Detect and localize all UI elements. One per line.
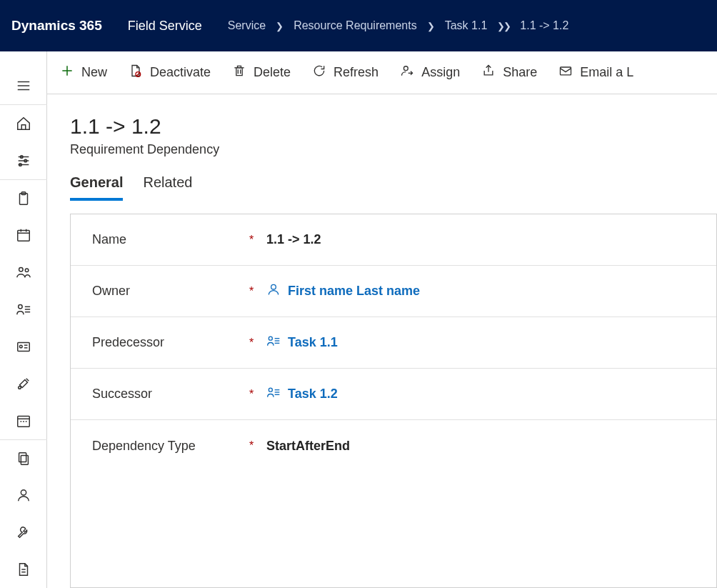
svg-rect-43 [561,67,571,75]
breadcrumb-item[interactable]: Task 1.1 [442,19,491,32]
share-button[interactable]: Share [481,64,537,81]
tab-general[interactable]: General [70,174,123,201]
home-icon[interactable] [0,105,47,142]
successor-label: Successor [92,387,249,402]
form-row-owner[interactable]: Owner * First name Last name [71,266,716,317]
refresh-button[interactable]: Refresh [312,64,378,81]
id-card-icon[interactable] [0,328,47,365]
calendar2-icon[interactable] [0,402,47,439]
breadcrumb-root[interactable]: Service [225,19,269,32]
person-list-icon[interactable] [0,291,47,328]
assign-button[interactable]: Assign [400,64,460,81]
dependency-type-value: StartAfterEnd [266,439,350,454]
chevron-double-right-icon: ❯❯ [493,21,514,31]
top-header: Dynamics 365 Field Service Service ❯ Res… [0,0,717,51]
calendar-icon[interactable] [0,216,47,254]
deactivate-label: Deactivate [150,65,211,80]
svg-rect-32 [21,455,28,464]
svg-point-22 [19,345,22,348]
tab-related[interactable]: Related [143,174,192,201]
required-asterisk: * [249,285,266,298]
required-asterisk: * [249,388,266,401]
name-value: 1.1 -> 1.2 [266,232,321,247]
delete-label: Delete [254,65,291,80]
email-link-button[interactable]: Email a L [558,64,633,81]
breadcrumb-current: 1.1 -> 1.2 [517,19,571,32]
command-bar: New Deactivate Delete Refresh [47,51,717,94]
share-icon [481,64,496,81]
breadcrumb-parent[interactable]: Resource Requirements [291,19,420,32]
app-name[interactable]: Field Service [128,19,202,34]
owner-text: First name Last name [288,284,420,299]
tools-icon[interactable] [0,365,47,402]
required-asterisk: * [249,234,266,246]
sliders-icon[interactable] [0,142,47,179]
delete-button[interactable]: Delete [232,64,291,81]
assign-icon [400,64,414,81]
person-icon [266,282,281,300]
successor-text: Task 1.2 [288,387,338,402]
svg-rect-11 [17,231,29,241]
new-button[interactable]: New [60,64,107,81]
svg-point-17 [18,305,22,309]
form-row-name[interactable]: Name * 1.1 -> 1.2 [71,214,716,266]
share-label: Share [503,65,537,80]
svg-point-16 [25,269,29,272]
svg-point-44 [271,284,276,289]
people-icon[interactable] [0,254,47,291]
owner-label: Owner [92,284,249,299]
required-asterisk: * [249,337,266,349]
product-name: Dynamics 365 [11,18,102,34]
chevron-right-icon: ❯ [271,21,288,31]
form-row-successor[interactable]: Successor * Task 1.2 [71,369,716,420]
new-label: New [81,65,107,80]
name-label: Name [92,232,249,247]
email-icon [558,64,573,81]
svg-point-45 [269,337,272,340]
left-rail [0,51,47,588]
trash-icon [232,64,246,81]
person-icon[interactable] [0,477,47,514]
form-card: Name * 1.1 -> 1.2 Owner * First name Las… [70,214,717,588]
predecessor-label: Predecessor [92,335,249,350]
record-title: 1.1 -> 1.2 [70,114,694,138]
svg-point-49 [269,388,272,392]
plus-icon [60,64,74,81]
files-icon[interactable] [0,440,47,477]
required-asterisk: * [249,439,266,452]
assign-label: Assign [421,65,460,80]
svg-point-15 [19,268,22,272]
tabs: General Related [47,157,717,201]
chevron-right-icon: ❯ [423,21,439,31]
wrench-icon[interactable] [0,514,47,551]
record-header: 1.1 -> 1.2 Requirement Dependency [47,94,717,157]
form-row-dependency-type[interactable]: Dependency Type * StartAfterEnd [71,420,716,472]
svg-point-25 [18,386,21,389]
refresh-icon [312,64,326,81]
person-list-icon [266,334,281,352]
svg-point-42 [404,66,408,71]
breadcrumb: Service ❯ Resource Requirements ❯ Task 1… [225,19,572,32]
clipboard-icon[interactable] [0,180,47,217]
record-subtitle: Requirement Dependency [70,142,694,157]
deactivate-icon [129,64,143,81]
hamburger-menu-button[interactable] [0,67,47,104]
deactivate-button[interactable]: Deactivate [129,64,211,81]
svg-rect-31 [19,452,26,462]
owner-value[interactable]: First name Last name [266,282,420,300]
refresh-label: Refresh [334,65,378,80]
document-icon[interactable] [0,551,47,588]
person-list-icon [266,385,281,403]
dependency-type-label: Dependency Type [92,439,249,454]
successor-value[interactable]: Task 1.2 [266,385,338,403]
svg-point-33 [21,490,26,495]
form-row-predecessor[interactable]: Predecessor * Task 1.1 [71,317,716,369]
predecessor-value[interactable]: Task 1.1 [266,334,338,352]
predecessor-text: Task 1.1 [288,335,338,350]
email-label: Email a L [580,65,633,80]
